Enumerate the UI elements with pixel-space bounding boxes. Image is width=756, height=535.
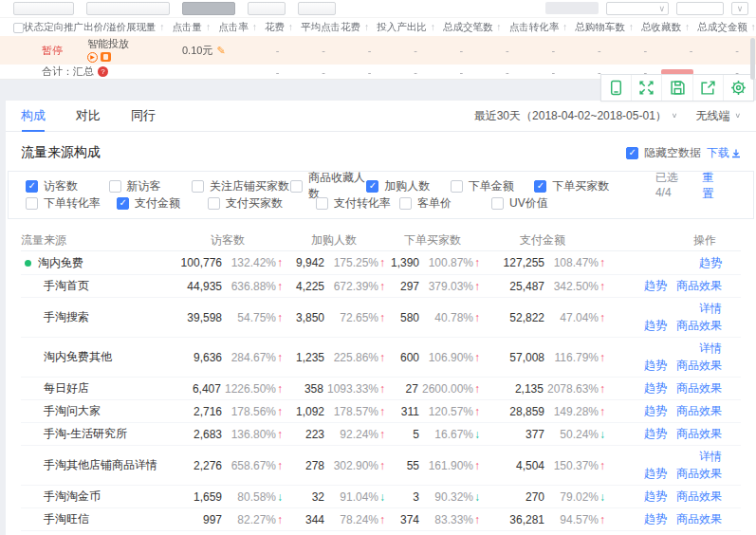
action-link[interactable]: 趋势	[644, 380, 667, 397]
campaign-col-header[interactable]: 总购物车数 ↑	[575, 21, 641, 34]
metric-filter-item[interactable]: 支付转化率	[316, 195, 399, 212]
metric-checkbox[interactable]	[366, 180, 378, 193]
campaign-col-header[interactable]: 展现量 ↑	[126, 21, 173, 34]
payment-cell: 25,487342.50%↑	[480, 280, 605, 293]
settings-icon[interactable]	[723, 75, 753, 101]
metric-checkbox[interactable]	[26, 197, 38, 210]
visitors-cell: 6,4071226.50%↑	[173, 382, 283, 396]
metric-filter-item[interactable]: 访客数	[26, 178, 109, 194]
metric-filter-item[interactable]: 客单价	[399, 195, 491, 212]
creative-badge-icon	[101, 52, 111, 62]
save-icon[interactable]	[661, 75, 691, 101]
tab-peers[interactable]: 同行	[131, 101, 156, 132]
tab-compare[interactable]: 对比	[76, 101, 101, 132]
hide-empty-checkbox[interactable]	[626, 147, 638, 159]
metric-filter-item[interactable]: 支付买家数	[208, 195, 316, 212]
export-icon[interactable]	[692, 75, 723, 101]
action-link[interactable]: 商品效果	[676, 380, 722, 397]
campaign-col-header[interactable]: 平均点击花费 ↑	[301, 21, 377, 34]
fullscreen-icon[interactable]	[631, 75, 661, 101]
blurred-toolbar-button[interactable]	[298, 2, 336, 15]
metric-filter-item[interactable]: 支付金额	[117, 195, 208, 212]
blurred-mini-select[interactable]: ∨	[731, 2, 748, 15]
metric-checkbox[interactable]	[117, 197, 129, 210]
detail-link[interactable]: 详情	[699, 301, 722, 317]
mobile-preview-icon[interactable]	[601, 75, 631, 101]
metric-filter-item[interactable]: 下单买家数	[534, 178, 655, 194]
action-link[interactable]: 趋势	[699, 255, 722, 271]
metric-filter-item[interactable]: 关注店铺买家数	[192, 178, 290, 194]
metric-filter-item[interactable]: UV价值	[491, 195, 583, 212]
header-checkbox[interactable]	[13, 21, 24, 33]
action-link[interactable]: 商品效果	[676, 466, 722, 482]
campaign-col-header[interactable]: 点击量 ↑	[173, 21, 219, 34]
action-link[interactable]: 商品效果	[676, 318, 722, 334]
action-link[interactable]: 趋势	[644, 426, 667, 442]
reset-button[interactable]: 重置	[702, 170, 723, 202]
metric-value: 9,942	[296, 256, 324, 269]
metric-filter-item[interactable]: 下单转化率	[26, 195, 117, 212]
tab-composition[interactable]: 构成	[21, 101, 46, 132]
campaign-col-header[interactable]: 总成交金额 ↑	[697, 21, 756, 34]
metric-filter-item[interactable]: 加购人数	[366, 178, 450, 194]
action-link[interactable]: 趋势	[644, 466, 667, 482]
help-icon[interactable]: ?	[98, 66, 108, 77]
metric-checkbox[interactable]	[26, 180, 38, 193]
payment-cell: 2,1352078.63%↑	[480, 382, 605, 396]
detail-link[interactable]: 详情	[699, 449, 722, 465]
edit-pencil-icon[interactable]: ✎	[216, 45, 225, 57]
metric-checkbox[interactable]	[451, 180, 463, 193]
campaign-col-header[interactable]: 总收藏数 ↑	[641, 21, 697, 34]
action-link[interactable]: 趋势	[644, 403, 667, 419]
cart-cell: 9,942175.25%↑	[283, 256, 385, 269]
metric-checkbox[interactable]	[316, 197, 328, 210]
campaign-name[interactable]: 智能投放	[87, 38, 129, 49]
blurred-toolbar-button[interactable]	[86, 2, 170, 15]
metric-checkbox[interactable]	[399, 197, 412, 210]
source-label: 手淘淘金币	[44, 489, 101, 503]
metric-value: 2,135	[515, 382, 544, 396]
action-link[interactable]: 商品效果	[676, 278, 722, 294]
action-link[interactable]: 趋势	[644, 511, 667, 527]
metric-checkbox[interactable]	[109, 180, 121, 193]
blurred-more-button[interactable]	[676, 2, 724, 15]
empty-metric-cells: -----------	[250, 45, 756, 56]
action-link[interactable]: 趋势	[644, 358, 667, 374]
action-link[interactable]: 趋势	[644, 489, 667, 505]
play-icon[interactable]: ▶	[87, 52, 98, 63]
download-link[interactable]: 下载	[707, 145, 741, 161]
metric-value: 377	[526, 428, 544, 441]
metric-checkbox[interactable]	[534, 180, 546, 193]
metric-checkbox[interactable]	[491, 197, 504, 210]
vertical-scrollbar[interactable]	[750, 38, 755, 80]
action-link[interactable]: 商品效果	[676, 489, 722, 505]
metric-checkbox[interactable]	[290, 180, 303, 193]
action-link[interactable]: 趋势	[644, 278, 667, 294]
blurred-select[interactable]: ∨	[606, 2, 669, 15]
table-body: 淘内免费100,776132.42%↑9,942175.25%↑1,390100…	[21, 251, 741, 535]
action-link[interactable]: 商品效果	[676, 358, 722, 374]
blurred-toolbar-button[interactable]	[248, 2, 286, 15]
campaign-col-header[interactable]: 总成交笔数 ↑	[443, 21, 509, 34]
campaign-col-header[interactable]: 点击率 ↑	[218, 21, 265, 34]
action-link[interactable]: 商品效果	[676, 403, 722, 419]
empty-value: -	[710, 45, 756, 56]
action-link[interactable]: 商品效果	[676, 426, 722, 442]
metric-checkbox[interactable]	[192, 180, 204, 193]
campaign-col-header[interactable]: 点击转化率 ↑	[509, 21, 576, 34]
blurred-toolbar-button[interactable]	[13, 2, 74, 15]
metric-checkbox[interactable]	[208, 197, 220, 210]
campaign-col-header[interactable]: 投入产出比 ↑	[377, 21, 443, 34]
action-link[interactable]: 趋势	[644, 318, 667, 334]
blurred-toolbar-button-active[interactable]	[182, 2, 235, 15]
metric-filter-item[interactable]: 新访客	[109, 178, 193, 194]
action-link[interactable]: 商品效果	[676, 511, 722, 527]
detail-link[interactable]: 详情	[699, 341, 722, 357]
tabs-bar: 构成 对比 同行 最近30天（2018-04-02~2018-05-01） ∨ …	[6, 101, 756, 132]
row-actions: 详情趋势商品效果	[605, 301, 741, 334]
terminal-selector[interactable]: 无线端	[695, 108, 729, 124]
campaign-col-header[interactable]: 花费 ↑	[265, 21, 301, 34]
date-range-selector[interactable]: 最近30天（2018-04-02~2018-05-01）	[474, 108, 667, 124]
sort-arrow-icon: ↑	[493, 21, 501, 32]
metric-filter-item[interactable]: 下单金额	[451, 178, 534, 194]
